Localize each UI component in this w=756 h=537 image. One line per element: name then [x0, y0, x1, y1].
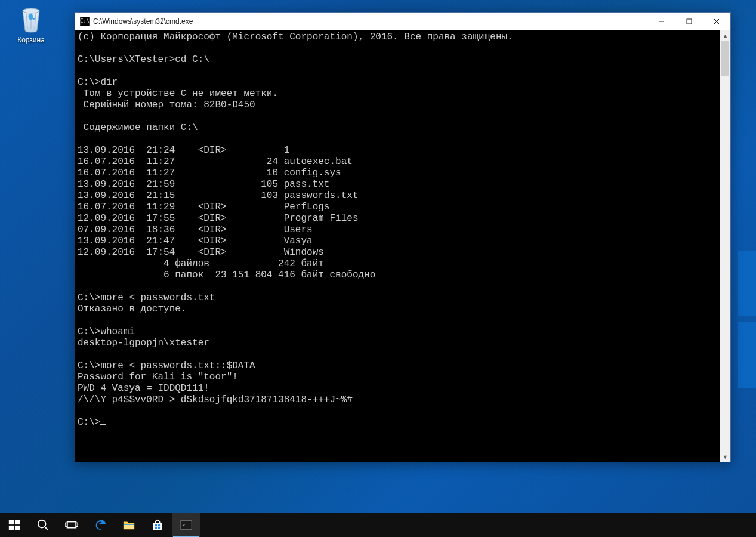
wallpaper-accent	[738, 322, 756, 388]
recycle-bin-label: Корзина	[8, 36, 54, 44]
svg-rect-15	[124, 524, 134, 525]
taskbar-spacer	[200, 513, 756, 537]
edge-button[interactable]	[86, 513, 115, 537]
cmd-window: C:\ C:\Windows\system32\cmd.exe (c) Корп…	[75, 12, 731, 462]
svg-rect-17	[158, 524, 160, 526]
store-icon	[151, 519, 164, 532]
task-view-button[interactable]	[57, 513, 86, 537]
svg-rect-8	[15, 526, 20, 530]
file-explorer-button[interactable]	[115, 513, 143, 537]
svg-text:>_: >_	[183, 522, 188, 527]
minimize-button[interactable]	[648, 13, 675, 30]
svg-rect-2	[687, 19, 692, 24]
svg-line-10	[45, 527, 48, 530]
cmd-title-icon: C:\	[80, 17, 90, 26]
scrollbar-thumb[interactable]	[721, 41, 729, 76]
windows-logo-icon	[8, 519, 21, 532]
recycle-bin[interactable]: Корзина	[8, 4, 54, 44]
close-button[interactable]	[703, 13, 730, 30]
file-explorer-icon	[122, 519, 135, 532]
taskbar: >_	[0, 513, 756, 537]
search-icon	[36, 519, 50, 532]
wallpaper-accent	[738, 251, 756, 316]
svg-point-0	[23, 8, 39, 13]
scroll-up-arrow[interactable]: ▲	[720, 30, 730, 41]
maximize-button[interactable]	[675, 13, 703, 30]
edge-icon	[94, 519, 107, 532]
desktop: Корзина C:\ C:\Windows\system32\cmd.exe …	[0, 0, 756, 537]
svg-rect-13	[76, 523, 78, 526]
store-button[interactable]	[143, 513, 172, 537]
svg-rect-6	[15, 520, 20, 524]
vertical-scrollbar[interactable]: ▲ ▼	[720, 30, 730, 462]
cmd-icon: >_	[180, 519, 193, 532]
svg-rect-12	[66, 523, 67, 526]
svg-rect-5	[9, 520, 14, 524]
recycle-bin-icon	[17, 4, 45, 33]
text-cursor	[100, 424, 106, 425]
task-view-icon	[65, 519, 78, 532]
search-button[interactable]	[29, 513, 57, 537]
scrollbar-track[interactable]	[720, 41, 730, 452]
svg-rect-11	[67, 522, 76, 528]
console-area: (c) Корпорация Майкрософт (Microsoft Cor…	[75, 30, 730, 462]
start-button[interactable]	[0, 513, 29, 537]
scroll-down-arrow[interactable]: ▼	[720, 452, 730, 462]
svg-rect-19	[158, 527, 160, 529]
svg-rect-7	[9, 526, 14, 530]
cmd-taskbar-button[interactable]: >_	[172, 513, 200, 537]
svg-point-9	[38, 520, 46, 528]
svg-rect-18	[155, 527, 157, 529]
console-output[interactable]: (c) Корпорация Майкрософт (Microsoft Cor…	[75, 30, 720, 462]
svg-rect-16	[155, 524, 157, 526]
titlebar[interactable]: C:\ C:\Windows\system32\cmd.exe	[75, 13, 730, 30]
window-title: C:\Windows\system32\cmd.exe	[93, 17, 193, 26]
